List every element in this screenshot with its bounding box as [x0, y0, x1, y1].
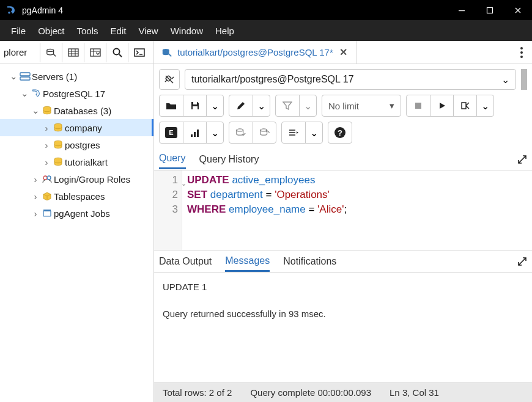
explain-options-dropdown[interactable]: ⌄ — [206, 122, 223, 143]
tree-label: Tablespaces — [54, 191, 105, 202]
chevron-right-icon[interactable]: › — [31, 191, 40, 202]
menu-tools[interactable]: Tools — [71, 23, 105, 38]
tree-login-roles[interactable]: › Login/Group Roles — [0, 170, 153, 188]
object-explorer-tree[interactable]: ⌄ Servers (1) ⌄ PostgreSQL 17 ⌄ Database… — [0, 64, 153, 402]
tree-postgresql17[interactable]: ⌄ PostgreSQL 17 — [0, 85, 153, 102]
tree-db-postgres[interactable]: › postgres — [0, 136, 153, 153]
chevron-down-icon[interactable]: ⌄ — [20, 88, 29, 99]
connection-status-button[interactable] — [159, 69, 180, 90]
chevron-right-icon[interactable]: › — [42, 140, 51, 150]
status-total-rows: Total rows: 2 of 2 — [163, 387, 232, 398]
window-close-button[interactable] — [504, 0, 532, 20]
svg-rect-4 — [68, 49, 78, 56]
sidebar-query-tool-icon[interactable] — [40, 43, 62, 62]
editor-code[interactable]: UPDATE active_employees SET department =… — [182, 170, 352, 250]
svg-rect-24 — [193, 106, 198, 109]
tab-query[interactable]: Query — [159, 149, 186, 169]
status-bar: Total rows: 2 of 2 Query complete 00:00:… — [154, 382, 532, 402]
limit-select[interactable]: No limit ▾ — [322, 95, 401, 117]
open-file-button[interactable] — [160, 95, 183, 116]
menu-bar: File Object Tools Edit View Window Help — [0, 20, 532, 41]
filter-dropdown[interactable]: ⌄ — [299, 95, 316, 116]
execute-dropdown[interactable]: ⌄ — [476, 95, 493, 116]
tree-pgagent-jobs[interactable]: › pgAgent Jobs — [0, 205, 153, 222]
svg-rect-9 — [20, 77, 30, 80]
tab-messages[interactable]: Messages — [225, 252, 270, 272]
window-minimize-button[interactable] — [448, 0, 476, 20]
panel-divider[interactable] — [521, 69, 527, 90]
menu-object[interactable]: Object — [32, 23, 70, 38]
macros-dropdown[interactable]: ⌄ — [305, 122, 322, 143]
chevron-right-icon[interactable]: › — [31, 208, 40, 219]
tree-db-company[interactable]: › company — [0, 119, 153, 136]
app-icon — [5, 4, 17, 16]
svg-rect-25 — [415, 103, 421, 109]
tab-data-output[interactable]: Data Output — [159, 252, 212, 271]
pgagent-icon — [40, 209, 54, 217]
svg-point-20 — [520, 51, 523, 54]
macros-button[interactable] — [282, 122, 305, 143]
menu-view[interactable]: View — [132, 23, 164, 38]
menu-help[interactable]: Help — [209, 23, 240, 38]
svg-rect-16 — [43, 211, 51, 216]
window-maximize-button[interactable] — [476, 0, 504, 20]
sidebar-search-icon[interactable] — [106, 43, 128, 62]
sidebar-filter-rows-icon[interactable] — [84, 43, 106, 62]
save-button[interactable] — [183, 95, 206, 116]
tree-tablespaces[interactable]: › Tablespaces — [0, 188, 153, 205]
chevron-right-icon[interactable]: › — [42, 157, 51, 167]
tree-label: pgAgent Jobs — [54, 208, 110, 219]
tab-query-history[interactable]: Query History — [199, 150, 259, 169]
execute-button[interactable] — [430, 95, 453, 116]
editor-gutter: 1⌄ 2 3 — [154, 170, 182, 250]
filter-button[interactable] — [276, 95, 299, 116]
svg-rect-8 — [20, 73, 30, 76]
database-query-icon — [161, 48, 172, 57]
help-button[interactable]: ? — [328, 122, 352, 143]
sql-editor[interactable]: 1⌄ 2 3 UPDATE active_employees SET depar… — [154, 170, 532, 250]
tree-label: PostgreSQL 17 — [43, 89, 105, 99]
tree-label: postgres — [65, 140, 100, 150]
connection-select[interactable]: tutorialkart/postgres@PostgreSQL 17 ⌄ — [185, 69, 516, 90]
edit-dropdown[interactable]: ⌄ — [253, 95, 270, 116]
tree-db-tutorialkart[interactable]: › tutorialkart — [0, 153, 153, 170]
explain-analyze-button[interactable]: E — [160, 122, 183, 143]
chevron-down-icon[interactable]: ⌄ — [9, 71, 18, 82]
menu-edit[interactable]: Edit — [105, 23, 133, 38]
sidebar-view-data-icon[interactable] — [62, 43, 84, 62]
menu-window[interactable]: Window — [164, 23, 209, 38]
tree-databases[interactable]: ⌄ Databases (3) — [0, 102, 153, 119]
expand-icon[interactable] — [517, 257, 527, 266]
database-icon — [51, 157, 65, 167]
tree-label: Databases (3) — [54, 106, 111, 116]
svg-point-19 — [520, 47, 523, 49]
chevron-down-icon: ⌄ — [310, 127, 318, 139]
stop-button[interactable] — [407, 95, 430, 116]
chevron-down-icon: ⌄ — [211, 100, 219, 112]
svg-point-21 — [520, 56, 523, 58]
chevron-right-icon[interactable]: › — [42, 123, 51, 133]
commit-button[interactable] — [229, 122, 253, 143]
expand-icon[interactable] — [517, 155, 527, 164]
menu-file[interactable]: File — [5, 23, 32, 38]
chevron-down-icon: ⌄ — [257, 100, 265, 112]
rollback-button[interactable] — [253, 122, 276, 143]
chevron-down-icon[interactable]: ⌄ — [31, 105, 40, 116]
svg-point-0 — [8, 12, 10, 13]
window-title: pgAdmin 4 — [22, 5, 63, 15]
chevron-down-icon: ⌄ — [481, 100, 489, 112]
fold-icon[interactable]: ⌄ — [181, 176, 187, 191]
save-dropdown[interactable]: ⌄ — [206, 95, 223, 116]
chevron-right-icon[interactable]: › — [31, 174, 40, 185]
explain-button[interactable] — [453, 95, 476, 116]
explain-options-button[interactable] — [183, 122, 206, 143]
tree-label: Login/Group Roles — [54, 174, 130, 185]
editor-tab[interactable]: tutorialkart/postgres@PostgreSQL 17* ✕ — [154, 41, 357, 64]
tree-servers[interactable]: ⌄ Servers (1) — [0, 68, 153, 85]
edit-button[interactable] — [229, 95, 253, 116]
close-tab-icon[interactable]: ✕ — [338, 46, 349, 58]
kebab-menu-icon[interactable] — [511, 41, 532, 64]
tab-notifications[interactable]: Notifications — [283, 252, 336, 271]
sidebar-psql-icon[interactable] — [128, 43, 150, 62]
svg-point-6 — [113, 48, 119, 54]
